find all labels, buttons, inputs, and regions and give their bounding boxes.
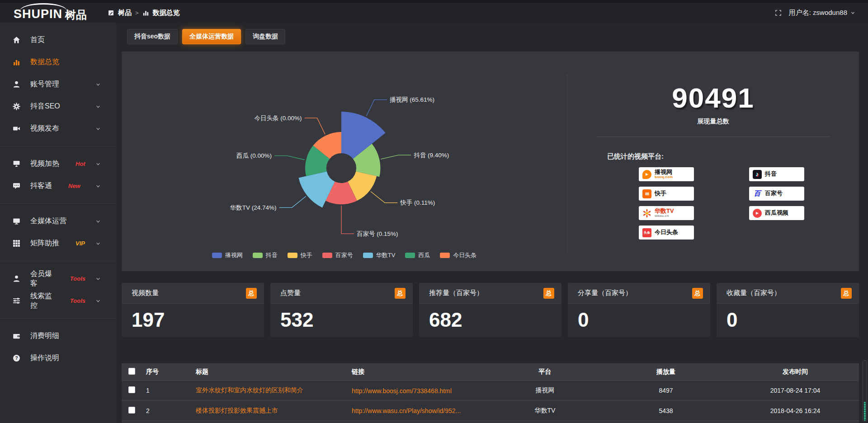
toutiao-logo-icon: 头条 bbox=[642, 228, 651, 237]
legend-item[interactable]: 今日头条 bbox=[440, 251, 476, 259]
platform-badge-xigua: ▶西瓜视频 bbox=[749, 206, 804, 220]
sidebar-nav: 首页数据总览账号管理抖音SEO视频发布视频加热Hot抖客通New全媒体运营矩阵助… bbox=[0, 29, 116, 369]
legend-swatch bbox=[363, 253, 373, 258]
table-body: 1室外水纹灯和室内水纹灯的区别和简介http://www.boosj.com/7… bbox=[122, 381, 859, 420]
sidebar-item-media-ops[interactable]: 全媒体运营 bbox=[0, 210, 116, 232]
sidebar-item-matrix-boost[interactable]: 矩阵助推VIP bbox=[0, 232, 116, 254]
pie-label-line bbox=[341, 206, 354, 234]
legend-item[interactable]: 西瓜 bbox=[405, 251, 430, 259]
breadcrumb-root[interactable]: 树品 bbox=[118, 9, 132, 17]
summary-area: 90491 展现量总数 已统计的视频平台: ▶播视网boosj.com88快手华… bbox=[567, 74, 859, 254]
stat-card-header: 推荐量（百家号）总 bbox=[419, 283, 561, 304]
table-header-row: 序号标题链接平台播放量发布时间 bbox=[122, 363, 859, 381]
bar-chart-icon bbox=[142, 9, 149, 16]
video-url-link-cell: http://www.wasu.cn/Play/show/id/952... bbox=[347, 400, 490, 420]
stat-card-header: 视频数量总 bbox=[122, 283, 264, 304]
platform-text: 今日头条 bbox=[655, 229, 678, 235]
legend-swatch bbox=[405, 253, 415, 258]
video-table: 序号标题链接平台播放量发布时间 1室外水纹灯和室内水纹灯的区别和简介http:/… bbox=[122, 363, 859, 420]
legend-item[interactable]: 华数TV bbox=[363, 251, 396, 259]
stat-card-value: 532 bbox=[270, 304, 413, 331]
video-title-link[interactable]: 楼体投影灯投影效果震撼上市 bbox=[196, 407, 278, 415]
kuaishou-logo-icon: 88 bbox=[642, 189, 651, 198]
sidebar-item-label: 线索监控 bbox=[30, 291, 54, 310]
tab-douyin-seo-data[interactable]: 抖音seo数据 bbox=[127, 29, 178, 44]
stat-card-title: 收藏量（百家号） bbox=[726, 289, 781, 297]
chevron-down-icon bbox=[95, 219, 101, 224]
stat-card-3: 分享量（百家号）总0 bbox=[568, 283, 710, 337]
stat-card-0: 视频数量总197 bbox=[122, 283, 264, 337]
plays-cell-cell: 8497 bbox=[600, 381, 731, 400]
pie-label: 快手 (0.11%) bbox=[400, 199, 435, 206]
stat-card-value: 0 bbox=[568, 304, 710, 331]
chart-icon bbox=[13, 58, 20, 66]
home-icon bbox=[13, 36, 20, 44]
pie-label: 百家号 (0.15%) bbox=[357, 230, 398, 237]
boosj-logo-icon: ▶ bbox=[642, 170, 651, 179]
sidebar-item-badge: Tools bbox=[70, 275, 85, 282]
table-row-partial bbox=[122, 420, 859, 423]
sidebar-item-label: 视频加热 bbox=[30, 159, 59, 169]
video-url-link[interactable]: http://www.wasu.cn/Play/show/id/952... bbox=[352, 407, 461, 414]
platform-name: 百家号 bbox=[765, 190, 783, 197]
chevron-down-icon bbox=[95, 161, 101, 167]
xigua-logo-icon: ▶ bbox=[753, 209, 762, 218]
gear-icon bbox=[13, 103, 20, 110]
platform-name: 抖音 bbox=[765, 171, 777, 177]
sidebar-item-help[interactable]: 操作说明 bbox=[0, 347, 116, 369]
legend-item[interactable]: 抖音 bbox=[253, 251, 278, 259]
publish-icon bbox=[13, 125, 20, 132]
legend-label: 抖音 bbox=[266, 251, 278, 259]
total-impressions-caption: 展现量总数 bbox=[567, 118, 859, 126]
legend-item[interactable]: 播视网 bbox=[212, 251, 243, 259]
video-url-link[interactable]: http://www.boosj.com/7338468.html bbox=[352, 387, 452, 395]
sidebar-item-expense[interactable]: 消费明细 bbox=[0, 325, 116, 347]
sidebar-item-label: 消费明细 bbox=[30, 331, 59, 341]
scrollbar-thumb[interactable] bbox=[864, 402, 866, 421]
pie-label-line bbox=[367, 100, 387, 116]
stat-card-header: 点赞量总 bbox=[270, 283, 413, 304]
sidebar-item-label: 矩阵助推 bbox=[30, 239, 59, 248]
legend-label: 华数TV bbox=[376, 251, 396, 259]
sidebar-item-video-heat[interactable]: 视频加热Hot bbox=[0, 153, 116, 175]
row-checkbox[interactable] bbox=[128, 407, 135, 414]
platform-text: 百家号 bbox=[765, 190, 783, 197]
row-checkbox[interactable] bbox=[128, 386, 135, 393]
chart-area: 播视网 (65.61%)抖音 (9.40%)快手 (0.11%)百家号 (0.1… bbox=[122, 52, 567, 271]
chat-icon bbox=[13, 182, 20, 190]
logo-arc bbox=[20, 3, 67, 19]
legend-item[interactable]: 百家号 bbox=[322, 251, 353, 259]
sidebar-item-overview[interactable]: 数据总览 bbox=[0, 51, 116, 73]
sidebar-item-clue-monitor[interactable]: 线索监控Tools bbox=[0, 290, 116, 312]
select-all-checkbox[interactable] bbox=[128, 368, 135, 375]
stat-card-title: 视频数量 bbox=[132, 289, 159, 297]
sidebar-item-badge: New bbox=[68, 183, 80, 189]
summary-divider bbox=[597, 136, 830, 137]
total-badge: 总 bbox=[246, 288, 257, 299]
heat-icon bbox=[13, 160, 20, 168]
col-header-4: 播放量 bbox=[600, 363, 731, 381]
sidebar: 首页数据总览账号管理抖音SEO视频发布视频加热Hot抖客通New全媒体运营矩阵助… bbox=[0, 23, 116, 423]
platform-name: 华数TV bbox=[655, 208, 674, 214]
legend-swatch bbox=[440, 253, 450, 258]
pie-label-line bbox=[305, 118, 325, 134]
sidebar-item-douketong[interactable]: 抖客通New bbox=[0, 175, 116, 197]
tab-media-ops-data[interactable]: 全媒体运营数据 bbox=[182, 29, 241, 44]
plays-cell-cell: 5438 bbox=[600, 400, 731, 420]
legend-item[interactable]: 快手 bbox=[288, 251, 312, 259]
sidebar-item-member-burst[interactable]: 会员爆客Tools bbox=[0, 268, 116, 290]
stat-card-value: 682 bbox=[419, 304, 561, 331]
chevron-down-icon bbox=[850, 10, 855, 15]
sidebar-item-account[interactable]: 账号管理 bbox=[0, 73, 116, 95]
tab-inquiry-data[interactable]: 询盘数据 bbox=[245, 29, 285, 44]
video-title-link[interactable]: 室外水纹灯和室内水纹灯的区别和简介 bbox=[196, 386, 303, 395]
sidebar-item-video-publish[interactable]: 视频发布 bbox=[0, 118, 116, 140]
fullscreen-icon[interactable] bbox=[775, 9, 782, 16]
col-header-0: 序号 bbox=[142, 363, 191, 381]
sidebar-item-douyin-seo[interactable]: 抖音SEO bbox=[0, 95, 116, 118]
sidebar-item-home[interactable]: 首页 bbox=[0, 29, 116, 51]
topbar-right: 用户名: zswodun88 bbox=[775, 9, 868, 17]
user-icon bbox=[13, 275, 20, 282]
row-checkbox-cell bbox=[122, 381, 142, 400]
user-menu[interactable]: 用户名: zswodun88 bbox=[789, 9, 855, 17]
